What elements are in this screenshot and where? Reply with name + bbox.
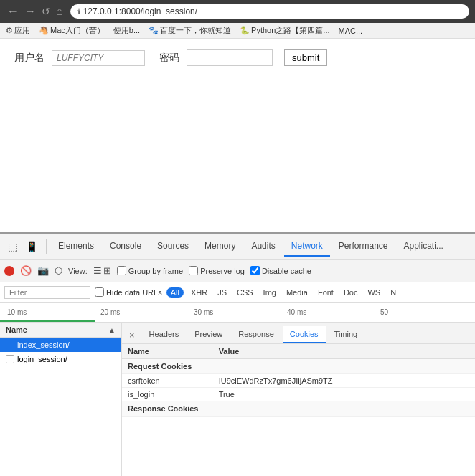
password-input[interactable] (187, 49, 273, 66)
cookies-value-header: Value (213, 344, 475, 359)
tab-elements[interactable]: Elements (51, 237, 101, 257)
response-cookies-label: Response Cookies (122, 401, 475, 416)
devtools-cursor-icon[interactable]: ⬚ (4, 238, 21, 255)
bookmark-baidu[interactable]: 🐾 百度一下，你就知道 (149, 25, 231, 36)
cookie-name-islogin: is_login (122, 388, 213, 401)
browser-chrome: ← → ↺ ⌂ ℹ 127.0.0.1:8000/login_session/ (0, 0, 475, 23)
timeline-40ms: 40 ms (284, 308, 377, 316)
name-panel: Name ▲ index_session/ login_session/ (0, 323, 122, 476)
devtools-mobile-icon[interactable]: 📱 (22, 238, 42, 255)
detail-tab-response[interactable]: Response (231, 326, 281, 343)
devtools-separator (46, 239, 47, 254)
clear-button[interactable]: 🚫 (20, 265, 32, 276)
devtools-panel: ⬚ 📱 Elements Console Sources Memory Audi… (0, 232, 475, 476)
name-item-login[interactable]: login_session/ (0, 352, 121, 366)
response-cookies-section: Response Cookies (122, 401, 475, 416)
home-button[interactable]: ⌂ (55, 5, 65, 18)
reload-button[interactable]: ↺ (40, 5, 52, 18)
submit-button[interactable]: submit (284, 49, 327, 66)
record-button[interactable] (4, 266, 14, 276)
bookmark-mac[interactable]: 🐴 Mac入门（苦） (39, 25, 105, 36)
cookie-value-csrftoken: IU9clEWdRzTx7gm6JIijASm9TZ (213, 374, 475, 388)
filter-img[interactable]: Img (260, 287, 279, 298)
filter-css[interactable]: CSS (234, 287, 256, 298)
address-bar[interactable]: ℹ 127.0.0.1:8000/login_session/ (70, 4, 469, 19)
tab-memory[interactable]: Memory (197, 237, 243, 257)
filter-js[interactable]: JS (215, 287, 230, 298)
view-label: View: (68, 267, 88, 275)
filter-ws[interactable]: WS (365, 287, 383, 298)
filter-media[interactable]: Media (283, 287, 311, 298)
group-by-frame-checkbox[interactable] (117, 266, 126, 275)
list-view-button[interactable]: ☰ (93, 265, 102, 276)
detail-tab-cookies[interactable]: Cookies (283, 326, 326, 343)
timeline-marker (271, 303, 271, 322)
cookies-name-header: Name (122, 344, 213, 359)
username-input[interactable] (52, 50, 145, 66)
hide-data-urls-checkbox[interactable] (95, 287, 104, 297)
detail-tabs-bar: × Headers Preview Response Cookies Timin… (122, 323, 475, 344)
password-label: 密码 (159, 52, 179, 65)
tab-performance[interactable]: Performance (331, 237, 395, 257)
close-detail-button[interactable]: × (126, 327, 138, 343)
disable-cache-checkbox[interactable] (250, 266, 260, 275)
preserve-log-checkbox[interactable] (189, 266, 198, 275)
favicon-login (6, 355, 14, 363)
favicon-index (6, 341, 14, 349)
detail-panel: × Headers Preview Response Cookies Timin… (122, 323, 475, 476)
filter-input[interactable] (4, 286, 90, 299)
cookie-value-islogin: True (213, 388, 475, 401)
timeline-50: 50 (377, 308, 471, 316)
filter-doc[interactable]: Doc (341, 287, 361, 298)
name-column-label: Name (6, 325, 27, 334)
table-row[interactable]: csrftoken IU9clEWdRzTx7gm6JIijASm9TZ (122, 374, 475, 388)
devtools-tabs-bar: ⬚ 📱 Elements Console Sources Memory Audi… (0, 234, 475, 260)
name-header: Name ▲ (0, 323, 121, 338)
filter-font[interactable]: Font (315, 287, 337, 298)
timeline-labels: 10 ms 20 ms 30 ms 40 ms 50 (4, 308, 471, 316)
disable-cache-label[interactable]: Disable cache (250, 266, 311, 275)
name-sort-icon: ▲ (108, 326, 116, 334)
group-by-frame-label[interactable]: Group by frame (117, 266, 183, 275)
bookmark-mac2[interactable]: MAC... (339, 27, 363, 35)
camera-button[interactable]: 📷 (37, 265, 49, 276)
detail-tab-preview[interactable]: Preview (187, 326, 230, 343)
forward-button[interactable]: → (23, 5, 37, 18)
tab-application[interactable]: Applicati... (397, 237, 451, 257)
filter-bar: Hide data URLs All XHR JS CSS Img Media … (0, 282, 475, 303)
table-row[interactable]: is_login True (122, 388, 475, 401)
detail-tab-headers[interactable]: Headers (142, 326, 187, 343)
timeline-line (0, 320, 475, 322)
username-label: 用户名 (14, 52, 44, 65)
bookmark-python[interactable]: 🐍 Python之路【第四篇... (240, 25, 329, 36)
timeline-20ms: 20 ms (98, 308, 191, 316)
filter-button[interactable]: ⬡ (55, 265, 62, 276)
back-button[interactable]: ← (6, 5, 20, 18)
cookies-table: Name Value Request Cookies csrftoken IU9… (122, 344, 475, 416)
hide-data-urls-label[interactable]: Hide data URLs (95, 287, 162, 297)
name-item-index[interactable]: index_session/ (0, 338, 121, 352)
tab-network[interactable]: Network (284, 237, 330, 257)
address-icon: ℹ (77, 7, 80, 16)
filter-n[interactable]: N (387, 287, 399, 298)
cookies-content: Name Value Request Cookies csrftoken IU9… (122, 344, 475, 476)
name-item-login-label: login_session/ (17, 355, 67, 363)
tab-sources[interactable]: Sources (150, 237, 196, 257)
bookmark-use[interactable]: 使用b... (113, 25, 140, 36)
filter-xhr[interactable]: XHR (188, 287, 210, 298)
preserve-log-label[interactable]: Preserve log (189, 266, 245, 275)
request-cookies-label: Request Cookies (122, 359, 475, 374)
filter-all-button[interactable]: All (166, 287, 184, 298)
page-content: 用户名 密码 submit (0, 39, 475, 77)
tab-console[interactable]: Console (103, 237, 149, 257)
name-item-index-label: index_session/ (17, 341, 70, 349)
bookmarks-bar: ⚙ 应用 🐴 Mac入门（苦） 使用b... 🐾 百度一下，你就知道 🐍 Pyt… (0, 23, 475, 39)
bookmark-apps[interactable]: ⚙ 应用 (6, 25, 30, 36)
timeline-bar: 10 ms 20 ms 30 ms 40 ms 50 (0, 303, 475, 323)
detail-tab-timing[interactable]: Timing (327, 326, 365, 343)
cookie-name-csrftoken: csrftoken (122, 374, 213, 388)
filmstrip-view-button[interactable]: ⊞ (103, 265, 111, 276)
timeline-10ms: 10 ms (4, 308, 98, 316)
request-cookies-section: Request Cookies (122, 359, 475, 374)
tab-audits[interactable]: Audits (244, 237, 282, 257)
